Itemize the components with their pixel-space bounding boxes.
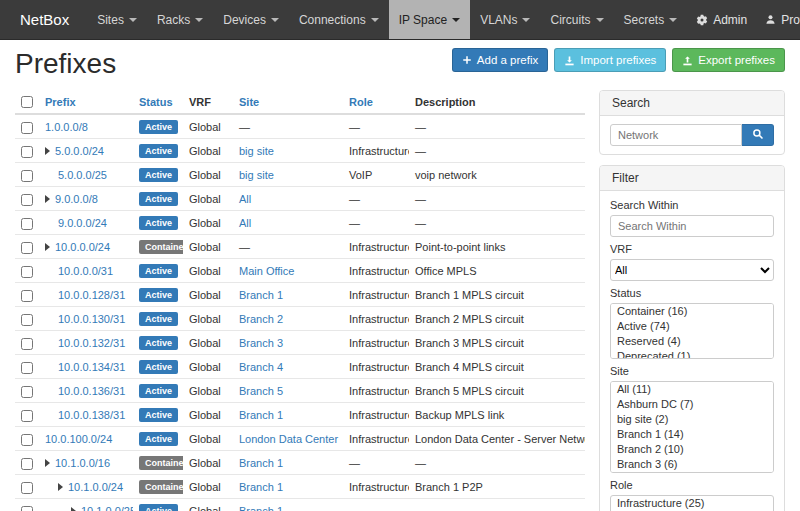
header-bar: Prefixes Add a prefixImport prefixesExpo… [15,44,785,90]
prefix-link[interactable]: 5.0.0.0/25 [58,169,107,181]
site-link[interactable]: Branch 1 [239,289,283,301]
row-checkbox[interactable] [21,314,33,326]
status-badge: Active [139,504,178,511]
prefix-link[interactable]: 10.0.0.138/31 [58,409,125,421]
site-link[interactable]: Branch 1 [239,505,283,511]
site-link[interactable]: Branch 1 [239,409,283,421]
site-link[interactable]: big site [239,145,274,157]
status-filter-option[interactable]: Container (16) [611,304,773,319]
column-sort-link[interactable]: Role [349,96,373,108]
navbar-brand[interactable]: NetBox [10,0,79,39]
status-filter-list[interactable]: Container (16)Active (74)Reserved (4)Dep… [610,303,774,359]
row-checkbox[interactable] [21,458,33,470]
site-link[interactable]: London Data Center [239,433,338,445]
vrf-cell: Global [183,139,233,163]
site-filter-option[interactable]: Branch 1 (14) [611,427,773,442]
nav-item-sites[interactable]: Sites [87,0,147,39]
row-checkbox[interactable] [21,218,33,230]
row-checkbox[interactable] [21,434,33,446]
row-checkbox[interactable] [21,482,33,494]
row-checkbox[interactable] [21,362,33,374]
status-filter-option[interactable]: Deprecated (1) [611,349,773,359]
table-row: 10.0.0.128/31 Active Global Branch 1 Inf… [15,283,585,307]
import-prefixes-button[interactable]: Import prefixes [554,48,666,72]
prefix-link[interactable]: 9.0.0.0/8 [55,193,98,205]
nav-admin[interactable]: Admin [687,0,756,39]
nav-profile[interactable]: Profile [756,0,800,39]
site-link[interactable]: All [239,193,251,205]
prefix-link[interactable]: 10.0.0.132/31 [58,337,125,349]
role-filter-list[interactable]: Infrastructure (25)Management (8)Private… [610,495,774,511]
search-button[interactable] [742,124,774,146]
row-checkbox[interactable] [21,386,33,398]
prefix-link[interactable]: 10.0.0.136/31 [58,385,125,397]
export-prefixes-button[interactable]: Export prefixes [672,48,785,72]
row-checkbox[interactable] [21,338,33,350]
prefix-link[interactable]: 10.0.0.130/31 [58,313,125,325]
row-checkbox[interactable] [21,506,33,511]
add-a-prefix-button[interactable]: Add a prefix [452,48,548,72]
row-checkbox[interactable] [21,194,33,206]
row-checkbox[interactable] [21,146,33,158]
site-link[interactable]: Branch 1 [239,481,283,493]
prefix-link[interactable]: 10.0.0.0/31 [58,265,113,277]
expand-caret-icon [45,243,50,251]
role-filter-option[interactable]: Infrastructure (25) [611,496,773,511]
prefix-link[interactable]: 10.0.0.134/31 [58,361,125,373]
site-filter-option[interactable]: Branch 4 (12) [611,472,773,473]
status-filter-option[interactable]: Reserved (4) [611,334,773,349]
search-within-input[interactable] [610,215,774,237]
site-link[interactable]: All [239,217,251,229]
row-checkbox[interactable] [21,122,33,134]
row-checkbox[interactable] [21,266,33,278]
row-checkbox[interactable] [21,170,33,182]
prefix-link[interactable]: 10.1.0.0/24 [68,481,123,493]
nav-item-vlans[interactable]: VLANs [470,0,540,39]
nav-item-circuits[interactable]: Circuits [540,0,613,39]
column-header-status[interactable]: Status [133,90,183,114]
role-cell: — [343,499,409,511]
site-filter-option[interactable]: Ashburn DC (7) [611,397,773,412]
nav-item-racks[interactable]: Racks [147,0,213,39]
role-cell: Infrastructure [343,427,409,451]
prefix-link[interactable]: 10.1.0.0/16 [55,457,110,469]
prefix-link[interactable]: 10.0.0.0/24 [55,241,110,253]
column-sort-link[interactable]: Prefix [45,96,76,108]
column-header-prefix[interactable]: Prefix [39,90,133,114]
row-checkbox[interactable] [21,290,33,302]
row-checkbox[interactable] [21,410,33,422]
row-checkbox[interactable] [21,242,33,254]
site-link[interactable]: Main Office [239,265,294,277]
description-cell: Office MPLS [409,259,585,283]
site-filter-option[interactable]: Branch 2 (10) [611,442,773,457]
prefix-link[interactable]: 9.0.0.0/24 [58,217,107,229]
nav-item-secrets[interactable]: Secrets [614,0,688,39]
site-filter-option[interactable]: Branch 3 (6) [611,457,773,472]
nav-item-ip-space[interactable]: IP Space [389,0,470,39]
site-link[interactable]: Branch 2 [239,313,283,325]
site-filter-list[interactable]: All (11)Ashburn DC (7)big site (2)Branch… [610,381,774,473]
site-link[interactable]: Branch 4 [239,361,283,373]
select-all-checkbox[interactable] [21,96,33,108]
prefix-link[interactable]: 10.0.100.0/24 [45,433,112,445]
prefix-link[interactable]: 10.0.0.128/31 [58,289,125,301]
prefix-link[interactable]: 10.1.0.0/25 [81,505,133,511]
nav-item-connections[interactable]: Connections [289,0,389,39]
site-link[interactable]: Branch 1 [239,457,283,469]
prefix-link[interactable]: 5.0.0.0/24 [55,145,104,157]
column-sort-link[interactable]: Site [239,96,259,108]
vrf-filter-select[interactable]: All [610,259,774,281]
site-link[interactable]: Branch 5 [239,385,283,397]
column-header-role[interactable]: Role [343,90,409,114]
expand-caret-icon [45,195,50,203]
search-input[interactable] [610,124,742,146]
prefix-link[interactable]: 1.0.0.0/8 [45,121,88,133]
column-sort-link[interactable]: Status [139,96,173,108]
nav-item-devices[interactable]: Devices [213,0,289,39]
site-link[interactable]: Branch 3 [239,337,283,349]
site-filter-option[interactable]: big site (2) [611,412,773,427]
column-header-site[interactable]: Site [233,90,343,114]
site-filter-option[interactable]: All (11) [611,382,773,397]
status-filter-option[interactable]: Active (74) [611,319,773,334]
site-link[interactable]: big site [239,169,274,181]
